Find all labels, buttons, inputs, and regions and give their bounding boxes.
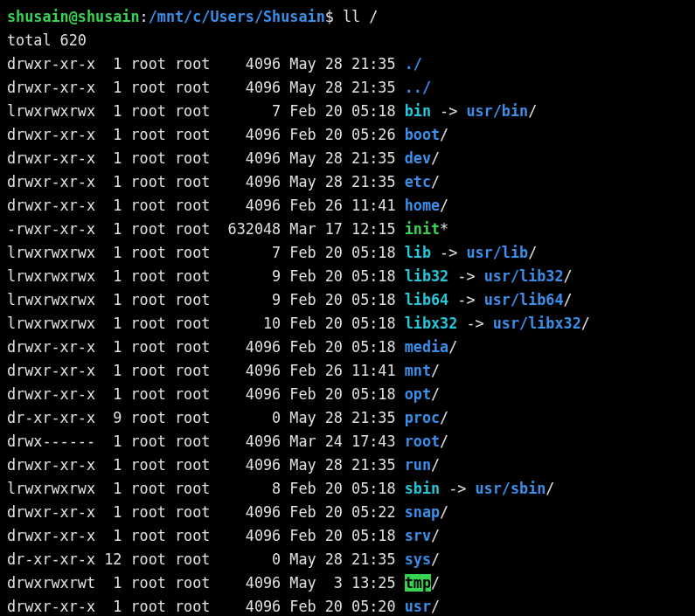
ls-row: drwxr-xr-x 1 root root 4096 May 28 21:35…: [7, 453, 688, 477]
file-meta: 12 root root 0 May 28 21:35: [95, 550, 405, 568]
file-name: lib64: [405, 291, 449, 308]
file-name: boot: [405, 126, 440, 143]
command-text: ll /: [343, 8, 378, 25]
ls-row: drwxr-xr-x 1 root root 4096 Feb 26 11:41…: [7, 359, 688, 383]
file-name: etc: [405, 173, 431, 190]
file-meta: 1 root root 8 Feb 20 05:18: [95, 480, 405, 497]
file-meta: 1 root root 7 Feb 20 05:18: [95, 102, 405, 120]
ls-row: drwxr-xr-x 1 root root 4096 May 28 21:35…: [7, 52, 688, 76]
file-name: lib: [405, 244, 431, 261]
file-name: sbin: [405, 480, 440, 497]
file-permissions: drwxr-xr-x: [7, 173, 95, 190]
ls-row: drwxr-xr-x 1 root root 4096 Feb 20 05:26…: [7, 123, 688, 147]
file-type-suffix: /: [440, 197, 448, 214]
file-permissions: -rwxr-xr-x: [7, 220, 95, 238]
file-type-suffix: /: [528, 244, 537, 261]
symlink-target: usr/lib32: [484, 267, 564, 285]
file-meta: 1 root root 4096 Feb 26 11:41: [95, 197, 405, 214]
file-type-suffix: /: [448, 338, 457, 356]
file-permissions: lrwxrwxrwx: [7, 315, 95, 332]
file-permissions: drwxr-xr-x: [7, 503, 95, 521]
symlink-arrow-icon: ->: [448, 291, 483, 308]
total-line: total 620: [7, 29, 688, 52]
file-type-suffix: /: [431, 149, 440, 167]
file-meta: 1 root root 4096 Feb 20 05:22: [95, 503, 405, 521]
file-name: lib32: [405, 267, 449, 285]
file-type-suffix: /: [440, 126, 448, 143]
file-type-suffix: /: [564, 267, 573, 285]
file-type-suffix: /: [431, 173, 440, 190]
file-type-suffix: /: [581, 315, 590, 332]
ls-row: lrwxrwxrwx 1 root root 9 Feb 20 05:18 li…: [7, 265, 688, 288]
ls-row: drwxr-xr-x 1 root root 4096 Feb 20 05:18…: [7, 524, 688, 548]
file-permissions: drwxr-xr-x: [7, 126, 95, 143]
file-type-suffix: /: [546, 480, 554, 497]
ls-row: drwxr-xr-x 1 root root 4096 May 28 21:35…: [7, 76, 688, 100]
file-name: opt: [405, 385, 431, 403]
file-type-suffix: /: [431, 456, 440, 474]
prompt-line-1: shusain@shusain:/mnt/c/Users/Shusain$ ll…: [7, 5, 688, 29]
file-type-suffix: /: [528, 102, 537, 120]
file-meta: 1 root root 4096 Feb 26 11:41: [95, 362, 405, 379]
file-meta: 1 root root 632048 Mar 17 12:15: [95, 220, 405, 238]
symlink-target: usr/bin: [466, 102, 528, 120]
file-name: usr: [405, 598, 431, 615]
file-name: root: [405, 433, 440, 450]
file-name: bin: [405, 102, 431, 120]
file-name: tmp: [405, 574, 431, 592]
ls-row: lrwxrwxrwx 1 root root 7 Feb 20 05:18 bi…: [7, 100, 688, 123]
file-name: dev: [405, 149, 431, 167]
symlink-target: usr/lib64: [484, 291, 564, 308]
symlink-target: usr/sbin: [476, 480, 546, 497]
file-permissions: lrwxrwxrwx: [7, 480, 95, 497]
prompt-colon: :: [140, 8, 149, 25]
symlink-target: usr/lib: [466, 244, 528, 261]
file-meta: 1 root root 4096 May 3 13:25: [95, 574, 405, 592]
file-permissions: drwx------: [7, 433, 95, 450]
ls-row: drwxr-xr-x 1 root root 4096 May 28 21:35…: [7, 147, 688, 170]
file-permissions: lrwxrwxrwx: [7, 244, 95, 261]
file-meta: 9 root root 0 May 28 21:35: [95, 409, 405, 426]
file-permissions: dr-xr-xr-x: [7, 409, 95, 426]
file-name: libx32: [405, 315, 458, 332]
file-meta: 1 root root 4096 Feb 20 05:20: [95, 598, 405, 615]
file-permissions: lrwxrwxrwx: [7, 102, 95, 120]
file-type-suffix: /: [440, 433, 448, 450]
symlink-arrow-icon: ->: [431, 102, 466, 120]
file-meta: 1 root root 4096 May 28 21:35: [95, 149, 405, 167]
file-permissions: drwxrwxrwt: [7, 574, 95, 592]
file-meta: 1 root root 10 Feb 20 05:18: [95, 315, 405, 332]
file-name: ../: [405, 79, 431, 96]
ls-row: drwx------ 1 root root 4096 Mar 24 17:43…: [7, 430, 688, 453]
file-type-suffix: /: [431, 550, 440, 568]
file-meta: 1 root root 9 Feb 20 05:18: [95, 267, 405, 285]
file-permissions: drwxr-xr-x: [7, 385, 95, 403]
file-permissions: drwxr-xr-x: [7, 338, 95, 356]
file-permissions: drwxr-xr-x: [7, 149, 95, 167]
ls-row: drwxr-xr-x 1 root root 4096 Feb 26 11:41…: [7, 194, 688, 218]
file-type-suffix: *: [440, 220, 448, 238]
file-type-suffix: /: [440, 503, 448, 521]
file-meta: 1 root root 4096 Feb 20 05:26: [95, 126, 405, 143]
symlink-target: usr/libx32: [493, 315, 581, 332]
file-type-suffix: /: [431, 598, 440, 615]
ls-row: dr-xr-xr-x 12 root root 0 May 28 21:35 s…: [7, 548, 688, 571]
terminal[interactable]: shusain@shusain:/mnt/c/Users/Shusain$ ll…: [7, 5, 688, 616]
file-name: sys: [405, 550, 431, 568]
prompt-user-host: shusain@shusain: [7, 8, 140, 25]
file-name: proc: [405, 409, 440, 426]
ls-row: lrwxrwxrwx 1 root root 10 Feb 20 05:18 l…: [7, 312, 688, 336]
file-type-suffix: /: [431, 527, 440, 544]
file-permissions: drwxr-xr-x: [7, 527, 95, 544]
file-name: mnt: [405, 362, 431, 379]
symlink-arrow-icon: ->: [431, 244, 466, 261]
file-type-suffix: /: [440, 409, 448, 426]
file-meta: 1 root root 4096 May 28 21:35: [95, 173, 405, 190]
file-meta: 1 root root 4096 Mar 24 17:43: [95, 433, 405, 450]
file-type-suffix: /: [431, 385, 440, 403]
file-meta: 1 root root 7 Feb 20 05:18: [95, 244, 405, 261]
symlink-arrow-icon: ->: [440, 480, 475, 497]
ls-row: -rwxr-xr-x 1 root root 632048 Mar 17 12:…: [7, 218, 688, 241]
file-permissions: drwxr-xr-x: [7, 55, 95, 73]
symlink-arrow-icon: ->: [457, 315, 492, 332]
